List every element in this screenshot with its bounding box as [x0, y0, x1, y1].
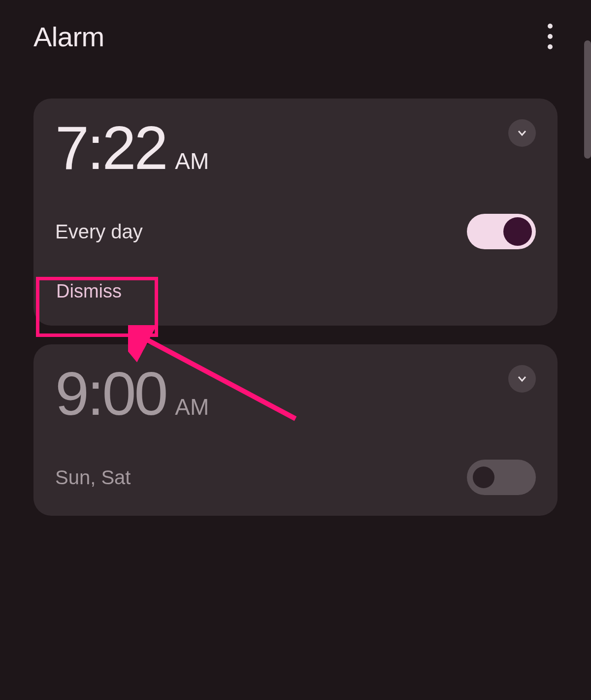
alarm-toggle[interactable]: [467, 214, 536, 249]
alarm-time[interactable]: 7:22 AM: [55, 117, 209, 178]
more-vert-icon[interactable]: [543, 19, 558, 54]
alarm-time-value: 7:22: [55, 117, 166, 178]
alarm-time[interactable]: 9:00 AM: [55, 363, 209, 424]
scrollbar[interactable]: [584, 40, 591, 159]
alarm-time-value: 9:00: [55, 363, 166, 424]
alarm-card[interactable]: 9:00 AM Sun, Sat: [33, 344, 558, 516]
alarm-toggle[interactable]: [467, 460, 536, 495]
expand-button[interactable]: [508, 365, 536, 393]
dismiss-button[interactable]: Dismiss: [55, 278, 123, 305]
alarm-card[interactable]: 7:22 AM Every day Dismiss: [33, 99, 558, 326]
app-header: Alarm: [0, 0, 591, 74]
alarm-time-period: AM: [175, 394, 209, 420]
alarm-schedule-label: Every day: [55, 221, 143, 243]
chevron-down-icon: [516, 373, 528, 385]
alarm-schedule-label: Sun, Sat: [55, 467, 131, 489]
alarm-time-period: AM: [175, 148, 209, 174]
expand-button[interactable]: [508, 119, 536, 147]
toggle-knob: [503, 217, 532, 246]
toggle-knob: [473, 467, 494, 488]
alarm-list: 7:22 AM Every day Dismiss 9:00 AM: [0, 99, 591, 516]
page-title: Alarm: [33, 21, 104, 53]
chevron-down-icon: [516, 127, 528, 139]
